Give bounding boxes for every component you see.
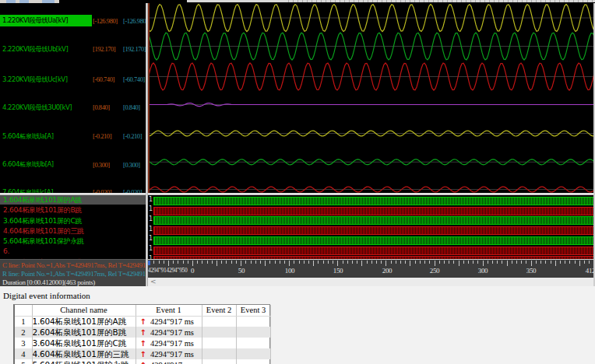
digital-channel-row[interactable]: 1.604柘泉Ⅰ线101屏的A跳 — [0, 194, 146, 205]
axis-minor-tick — [391, 261, 392, 264]
c-line-value: [0.300] — [93, 161, 110, 169]
axis-major-tick — [289, 261, 290, 266]
digital-channel-row[interactable]: 4.604柘泉Ⅰ线101屏的三跳 — [0, 226, 146, 236]
axis-minor-tick — [512, 261, 512, 264]
digital-channel-row[interactable]: 3.604柘泉Ⅰ线101屏的C跳 — [0, 215, 146, 226]
axis-minor-tick — [231, 261, 232, 264]
axis-major-tick — [168, 261, 169, 266]
rising-edge-icon: ↑ — [136, 317, 150, 326]
c-line-value: [-60.740] — [93, 75, 114, 83]
waveform-viewer-app: 1.220KVⅠ段母线Ua[kV][-126.980][-126.980]2.2… — [0, 0, 595, 364]
row-number: 4 — [15, 348, 32, 359]
event-row[interactable]: 44.604柘泉Ⅰ线101屏的三跳↑4294″917 ms — [15, 348, 270, 359]
rising-edge-icon: ↑ — [136, 350, 150, 359]
axis-minor-tick — [376, 261, 377, 264]
axis-major-tick — [483, 261, 484, 266]
axis-minor-tick — [299, 261, 300, 264]
axis-minor-tick — [429, 261, 430, 264]
axis-minor-tick — [164, 261, 164, 264]
axis-minor-tick — [477, 261, 478, 264]
digital-channel-row[interactable]: 2.604柘泉Ⅰ线101屏的B跳 — [0, 205, 146, 215]
rising-edge-icon: ↑ — [136, 339, 150, 348]
axis-minor-tick — [323, 261, 324, 264]
digital-channel-row[interactable]: 6. — [0, 247, 146, 257]
col-header: Event 2 — [202, 305, 236, 316]
analog-channel-row[interactable]: 5.604柘泉Ⅰ线Ia[A][-0.210][-0.210] — [0, 131, 146, 142]
axis-label: 200 — [382, 267, 393, 275]
section-splitter[interactable] — [0, 193, 595, 195]
axis-minor-tick — [173, 261, 174, 264]
axis-minor-tick — [565, 261, 565, 264]
axis-minor-tick — [304, 261, 305, 264]
channel-name: 3.220KVⅠ段母线Uc[kV] — [2, 75, 68, 85]
axis-minor-tick — [449, 261, 449, 264]
waveform-window: 1.220KVⅠ段母线Ua[kV][-126.980][-126.980]2.2… — [0, 3, 595, 286]
axis-minor-tick — [521, 261, 522, 264]
digital-bar — [153, 216, 595, 225]
axis-minor-tick — [526, 261, 526, 264]
r-line-value: [-0.210] — [123, 132, 142, 140]
axis-label: 50 — [238, 267, 245, 275]
event1-cell: ↑4294″917 ms — [136, 316, 202, 327]
horizontal-scrollbar[interactable]: < — [148, 278, 595, 286]
axis-minor-tick — [280, 261, 280, 264]
axis-minor-tick — [439, 261, 440, 264]
event-channel-name: 4.604柘泉Ⅰ线101屏的三跳 — [32, 348, 136, 359]
cursor-marker[interactable] — [148, 261, 150, 265]
waveform-plot-panel: 1111111 4294″914294″95005010015020025030… — [148, 3, 595, 286]
axis-major-tick — [313, 261, 314, 266]
analog-channel-row[interactable]: 1.220KVⅠ段母线Ua[kV][-126.980][-126.980] — [0, 15, 146, 26]
axis-minor-tick — [453, 261, 454, 264]
digital-bar — [153, 197, 595, 205]
digital-event-section: Digital event information Channel nameEv… — [0, 286, 595, 364]
c-line-status: C line: Point No.=1,Abs T=4294917ms, Rel… — [2, 261, 146, 269]
channel-name: 2.220KVⅠ段母线Ub[kV] — [2, 45, 68, 54]
axis-label: 350 — [526, 267, 537, 275]
r-line-value: [0.840] — [123, 103, 140, 111]
digital-state-value: 1 — [149, 235, 153, 242]
event3-cell — [236, 338, 270, 348]
axis-minor-tick — [396, 261, 396, 264]
digital-state-value: 1 — [149, 196, 153, 203]
c-line-value: [0.840] — [93, 103, 110, 111]
row-number: 5 — [15, 359, 32, 364]
analog-channel-row[interactable]: 4.220KVⅠ段母线3U0[kV][0.840][0.840] — [0, 102, 146, 114]
axis-minor-tick — [207, 261, 208, 264]
digital-channel-name: 2.604柘泉Ⅰ线101屏的B跳 — [3, 205, 82, 215]
axis-minor-tick — [188, 261, 188, 264]
axis-minor-tick — [444, 261, 445, 264]
digital-bar — [153, 207, 595, 215]
event-row[interactable]: 55.604柘泉Ⅰ线101保护永跳↑4294″917 ms — [15, 359, 270, 364]
axis-minor-tick — [221, 261, 222, 264]
event1-cell: ↑4294″917 ms — [136, 338, 202, 348]
digital-state-value: 1 — [149, 226, 153, 233]
digital-channel-name: 4.604柘泉Ⅰ线101屏的三跳 — [3, 226, 84, 236]
analog-channel-row[interactable]: 3.220KVⅠ段母线Uc[kV][-60.740][-60.740] — [0, 74, 146, 86]
event-row[interactable]: 33.604柘泉Ⅰ线101屏的C跳↑4294″917 ms — [15, 338, 270, 348]
digital-channel-row[interactable]: 5.604柘泉Ⅰ线101保护永跳 — [0, 236, 146, 246]
analog-channel-row[interactable]: 6.604柘泉Ⅰ线Ib[A][0.300][0.300] — [0, 159, 146, 170]
axis-minor-tick — [245, 261, 246, 264]
axis-minor-tick — [308, 261, 309, 264]
event-row[interactable]: 22.604柘泉Ⅰ线101屏的B跳↑4294″917 ms — [15, 327, 270, 338]
axis-minor-tick — [560, 261, 561, 264]
axis-minor-tick — [153, 261, 154, 264]
time-axis: 4294″914294″950050100150200250300350412 — [148, 259, 595, 278]
analog-channel-row[interactable]: 2.220KVⅠ段母线Ub[kV][192.170][192.170] — [0, 44, 146, 55]
scroll-left-arrow[interactable]: < — [150, 278, 157, 285]
axis-label: 4294″914294″950 — [148, 267, 188, 274]
titlebar-text-specks — [288, 0, 595, 2]
r-line-value: [-126.980] — [123, 17, 146, 25]
axis-major-tick — [579, 261, 580, 266]
axis-minor-tick — [269, 261, 270, 264]
axis-minor-tick — [328, 261, 329, 264]
panel-splitter[interactable] — [146, 3, 148, 286]
axis-major-tick — [217, 261, 217, 266]
axis-major-tick — [265, 261, 266, 266]
event3-cell — [236, 316, 270, 327]
event1-time: 4294″917 ms — [150, 328, 194, 337]
axis-minor-tick — [545, 261, 546, 264]
event-row[interactable]: 11.604柘泉Ⅰ线101屏的A跳↑4294″917 ms — [15, 316, 270, 327]
axis-minor-tick — [502, 261, 502, 264]
axis-minor-tick — [284, 261, 285, 264]
